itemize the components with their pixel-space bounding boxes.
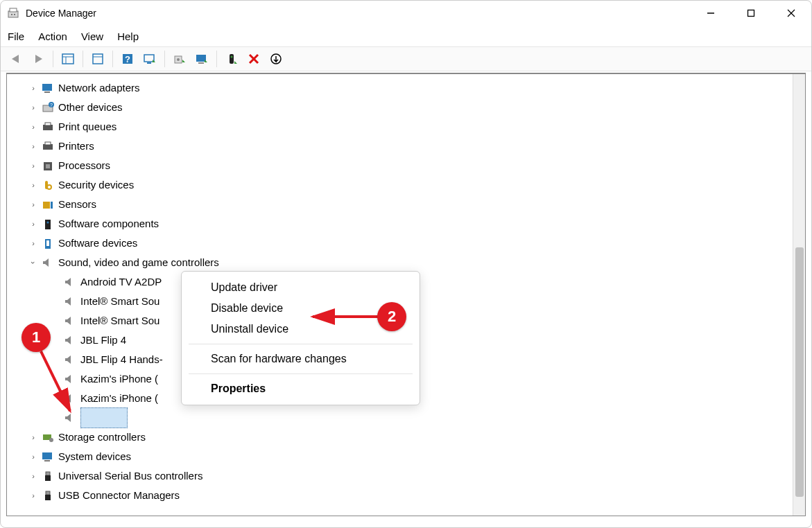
tree-item-label: Android TV A2DP — [80, 272, 162, 292]
menu-view[interactable]: View — [81, 30, 103, 42]
svg-rect-15 — [144, 55, 154, 62]
help-button[interactable]: ? — [118, 49, 137, 69]
svg-rect-40 — [51, 202, 53, 209]
svg-rect-44 — [46, 240, 49, 246]
software-component-icon — [42, 218, 54, 230]
close-button[interactable] — [771, 1, 811, 26]
tree-item[interactable]: ›Software devices — [28, 234, 805, 253]
forward-button[interactable] — [28, 49, 48, 69]
svg-rect-50 — [45, 475, 51, 481]
svg-rect-16 — [147, 62, 151, 64]
tree-item-label: Kazim's iPhone ( — [80, 369, 158, 389]
sensor-icon — [42, 198, 54, 211]
menu-help[interactable]: Help — [117, 30, 139, 42]
menu-action[interactable]: Action — [38, 30, 67, 42]
tree-item[interactable]: ›Print queues — [28, 117, 805, 137]
speaker-icon — [64, 353, 76, 366]
tree-item-sound[interactable]: ›Sound, video and game controllers — [28, 253, 805, 272]
svg-rect-32 — [45, 123, 51, 125]
tree-item-label: Security devices — [58, 175, 134, 195]
properties-button[interactable] — [88, 49, 107, 69]
svg-text:?: ? — [125, 54, 130, 64]
context-menu-separator — [189, 373, 413, 374]
chevron-right-icon[interactable]: › — [28, 451, 39, 462]
chevron-right-icon[interactable]: › — [28, 490, 39, 501]
tree-item[interactable]: ›Sensors — [28, 195, 805, 214]
speaker-icon — [64, 315, 76, 327]
tree-item[interactable]: ›System devices — [28, 447, 805, 466]
tree-item[interactable]: ›Printers — [28, 137, 805, 156]
add-legacy-button[interactable] — [266, 49, 286, 69]
scan-hardware-button[interactable] — [140, 49, 159, 69]
processor-icon — [42, 159, 54, 172]
svg-rect-41 — [45, 220, 51, 229]
tree-item[interactable]: ›Network adapters — [28, 78, 805, 98]
chevron-right-icon[interactable]: › — [28, 121, 39, 132]
chevron-right-icon[interactable]: › — [28, 141, 39, 152]
tree-item-label: Universal Serial Bus controllers — [58, 466, 202, 486]
svg-point-22 — [231, 56, 233, 58]
tree-item[interactable]: ›?Other devices — [28, 98, 805, 117]
tree-child-item-selected[interactable] — [28, 408, 805, 428]
menu-file[interactable]: File — [8, 30, 24, 42]
tree-item[interactable]: ›Processors — [28, 156, 805, 175]
ctx-properties[interactable]: Properties — [182, 378, 420, 399]
svg-rect-11 — [93, 54, 103, 64]
speaker-icon — [64, 295, 76, 308]
chevron-right-icon[interactable]: › — [28, 179, 39, 191]
tree-item[interactable]: ›Universal Serial Bus controllers — [28, 466, 805, 486]
tree-item-label: USB Connector Managers — [58, 486, 180, 505]
uninstall-device-button[interactable] — [244, 49, 264, 69]
disable-device-button[interactable] — [222, 49, 241, 69]
ctx-update-driver[interactable]: Update driver — [182, 277, 420, 298]
printer-icon — [42, 140, 54, 152]
chevron-right-icon[interactable]: › — [28, 160, 39, 171]
chevron-right-icon[interactable]: › — [28, 238, 39, 249]
svg-point-42 — [47, 222, 49, 224]
tree-item-label: Kazim's iPhone ( — [80, 389, 158, 408]
tree-item-label: JBL Flip 4 — [80, 331, 126, 350]
tree-item-label: Software components — [58, 214, 159, 234]
chevron-right-icon[interactable]: › — [28, 199, 39, 210]
svg-rect-27 — [44, 91, 50, 93]
tree-item[interactable]: ›Security devices — [28, 175, 805, 195]
chevron-down-icon[interactable]: › — [28, 257, 39, 268]
security-icon — [42, 179, 54, 191]
speaker-icon — [64, 334, 76, 346]
svg-rect-26 — [42, 84, 52, 91]
window-title: Device Manager — [26, 8, 96, 19]
svg-rect-19 — [196, 55, 206, 62]
chevron-right-icon[interactable]: › — [28, 432, 39, 443]
annotation-badge-2: 2 — [377, 302, 406, 331]
scrollbar[interactable] — [793, 74, 805, 516]
svg-rect-3 — [14, 14, 15, 15]
app-icon — [6, 6, 20, 20]
chevron-right-icon[interactable]: › — [28, 82, 39, 94]
svg-point-38 — [47, 185, 51, 189]
maximize-button[interactable] — [731, 1, 771, 26]
tree-item-label: Intel® Smart Sou — [80, 292, 159, 311]
tree-item[interactable]: ›Storage controllers — [28, 428, 805, 447]
chevron-right-icon[interactable]: › — [28, 470, 39, 482]
context-menu: Update driver Disable device Uninstall d… — [181, 271, 420, 405]
ctx-scan-hardware[interactable]: Scan for hardware changes — [182, 349, 420, 369]
toolbar-separator — [53, 51, 53, 67]
svg-point-18 — [177, 58, 180, 61]
tree-item[interactable]: ›USB Connector Managers — [28, 486, 805, 505]
chevron-right-icon[interactable]: › — [28, 218, 39, 229]
enable-device-button[interactable] — [192, 49, 211, 69]
titlebar: Device Manager — [1, 1, 811, 26]
tree-item[interactable]: ›Software components — [28, 214, 805, 234]
update-driver-button[interactable] — [170, 49, 189, 69]
toolbar-separator — [83, 51, 83, 67]
svg-rect-20 — [198, 62, 204, 64]
menubar: File Action View Help — [1, 26, 811, 46]
scrollbar-thumb[interactable] — [795, 247, 804, 497]
minimize-button[interactable] — [691, 1, 731, 26]
annotation-badge-1: 1 — [21, 323, 51, 352]
toolbar: ? — [1, 46, 811, 71]
chevron-right-icon[interactable]: › — [28, 102, 39, 113]
svg-rect-21 — [230, 54, 234, 64]
back-button[interactable] — [6, 49, 26, 69]
show-hide-tree-button[interactable] — [58, 49, 78, 69]
